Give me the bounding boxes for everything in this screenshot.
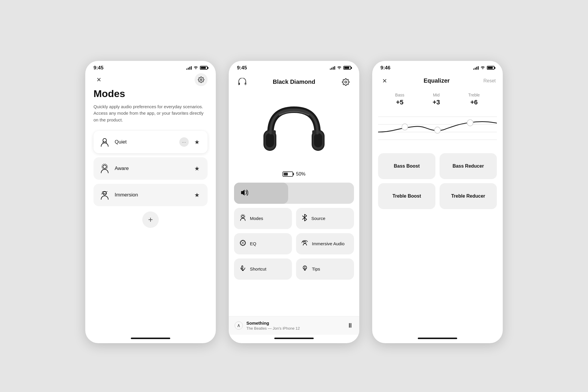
- gear-icon: [198, 76, 204, 83]
- headphone-icon-button[interactable]: [236, 76, 249, 89]
- svg-rect-7: [244, 84, 246, 84]
- device-screen: 9:45: [229, 61, 359, 343]
- home-indicator-2: [274, 338, 314, 339]
- close-icon: ✕: [96, 76, 101, 83]
- mode-card-immersion[interactable]: Immersion ★: [93, 184, 208, 206]
- eq-reset-button[interactable]: Reset: [483, 78, 496, 84]
- svg-point-21: [242, 242, 243, 243]
- bass-boost-button[interactable]: Bass Boost: [378, 153, 435, 179]
- shortcut-label: Shortcut: [250, 266, 266, 272]
- battery-row: 50%: [229, 171, 359, 177]
- home-indicator-1: [131, 338, 170, 339]
- signal-icon-2: [330, 66, 335, 70]
- eq-presets: Bass Boost Bass Reducer Treble Boost Tre…: [372, 150, 503, 335]
- modes-screen: 9:45 ✕: [85, 61, 216, 343]
- volume-slider[interactable]: [234, 183, 354, 204]
- status-icons-2: [330, 66, 351, 70]
- treble-reducer-button[interactable]: Treble Reducer: [440, 183, 497, 209]
- battery-percent: 50%: [296, 171, 305, 177]
- modes-description: Quickly apply audio preferences for ever…: [93, 104, 208, 124]
- immersive-icon: [301, 239, 308, 248]
- svg-point-1: [103, 139, 106, 142]
- mode-card-aware[interactable]: Aware ★: [93, 157, 208, 180]
- grid-row-1: Modes Source: [234, 208, 354, 229]
- treble-boost-button[interactable]: Treble Boost: [378, 183, 435, 209]
- svg-point-19: [241, 214, 245, 218]
- svg-point-32: [467, 119, 473, 126]
- mode-card-quiet[interactable]: Quiet ··· ★: [93, 131, 208, 153]
- bass-band: Bass +5: [395, 93, 404, 106]
- mid-value: +3: [432, 99, 440, 106]
- eq-bands-row: Bass +5 Mid +3 Treble +6: [372, 90, 503, 106]
- aware-label: Aware: [115, 166, 192, 171]
- svg-rect-12: [266, 133, 274, 147]
- now-playing-info: Something The Beatles — Jon's iPhone 12: [246, 321, 343, 331]
- quiet-star-button[interactable]: ★: [192, 137, 202, 147]
- volume-icon: [240, 189, 248, 197]
- immersion-star-button[interactable]: ★: [192, 190, 202, 200]
- svg-point-0: [200, 79, 202, 81]
- bluetooth-icon: [301, 214, 308, 223]
- now-playing-title: Something: [246, 321, 343, 326]
- eq-close-icon: ✕: [382, 77, 387, 84]
- device-header: Black Diamond: [229, 73, 359, 92]
- modes-header: ✕: [93, 73, 208, 86]
- immersive-audio-button[interactable]: Immersive Audio: [296, 233, 354, 254]
- device-name: Black Diamond: [273, 79, 315, 85]
- status-icons-1: [186, 66, 208, 70]
- shortcut-button[interactable]: Shortcut: [234, 258, 292, 280]
- battery-icon-3: [487, 66, 495, 70]
- signal-icon-1: [186, 66, 192, 70]
- treble-label: Treble: [468, 93, 480, 97]
- app-container: 9:45 ✕: [6, 6, 582, 392]
- svg-point-25: [305, 268, 305, 269]
- device-gear-icon: [342, 78, 350, 86]
- bass-reducer-button[interactable]: Bass Reducer: [440, 153, 497, 179]
- add-mode-button[interactable]: +: [142, 211, 159, 228]
- modes-button-label: Modes: [250, 216, 263, 221]
- immersive-audio-label: Immersive Audio: [312, 241, 345, 246]
- status-bar-1: 9:45: [85, 61, 216, 73]
- mid-label: Mid: [433, 93, 440, 97]
- modes-content: ✕ Modes Quickly apply audio preferences …: [85, 73, 216, 335]
- immersion-icon: [99, 189, 111, 201]
- aware-star-button[interactable]: ★: [192, 163, 202, 174]
- treble-value: +6: [470, 99, 478, 106]
- svg-point-18: [242, 215, 244, 218]
- svg-point-31: [435, 127, 440, 133]
- tips-label: Tips: [312, 266, 320, 272]
- status-icons-3: [473, 66, 495, 70]
- source-button[interactable]: Source: [296, 208, 354, 229]
- eq-graph-svg: [378, 109, 497, 147]
- pause-button[interactable]: ⏸: [347, 322, 353, 329]
- modes-button[interactable]: Modes: [234, 208, 292, 229]
- quiet-icon: [99, 136, 111, 148]
- mid-band: Mid +3: [432, 93, 440, 106]
- bass-value: +5: [396, 99, 403, 106]
- tips-button[interactable]: Tips: [296, 258, 354, 280]
- close-button[interactable]: ✕: [93, 74, 104, 85]
- aware-icon: [99, 163, 111, 174]
- svg-point-2: [103, 165, 106, 169]
- modes-title: Modes: [93, 88, 208, 99]
- status-bar-2: 9:45: [229, 61, 359, 73]
- svg-point-9: [345, 81, 347, 83]
- headphones-image: [256, 92, 332, 169]
- svg-rect-15: [314, 133, 322, 147]
- grid-row-3: Shortcut Tips: [234, 258, 354, 280]
- eq-button-label: EQ: [250, 241, 256, 246]
- settings-button[interactable]: [195, 73, 208, 86]
- eq-button[interactable]: EQ: [234, 233, 292, 254]
- equalizer-screen: 9:46 ✕ Equalizer: [372, 61, 503, 343]
- eq-title: Equalizer: [424, 77, 450, 84]
- shortcut-icon: [239, 265, 246, 273]
- now-playing-expand-button[interactable]: ∧: [235, 321, 243, 330]
- eq-close-button[interactable]: ✕: [379, 76, 390, 86]
- eq-preset-row-2: Treble Boost Treble Reducer: [378, 183, 497, 209]
- quiet-more-button[interactable]: ···: [179, 137, 189, 147]
- svg-point-30: [402, 124, 408, 130]
- device-settings-button[interactable]: [339, 76, 352, 89]
- battery-icon-2: [343, 66, 351, 70]
- modes-nav-icon: [239, 214, 246, 223]
- headphones-svg: [259, 95, 329, 166]
